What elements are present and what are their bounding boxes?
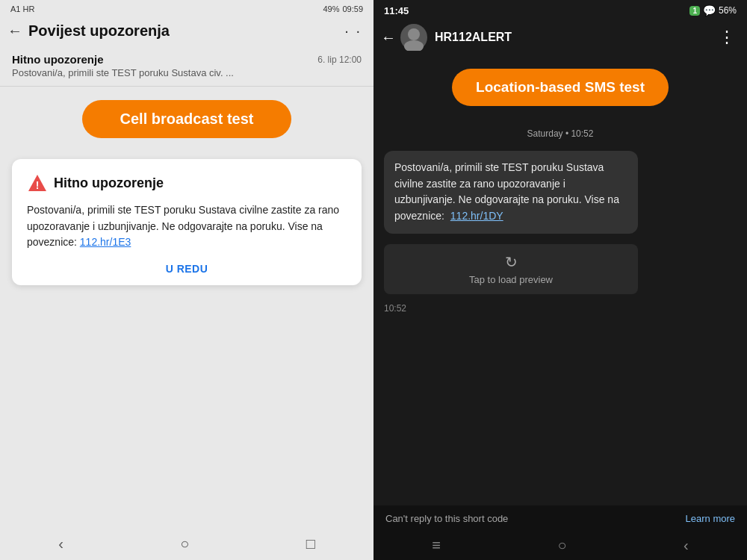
cell-broadcast-badge[interactable]: Cell broadcast test — [82, 100, 291, 138]
contact-info: HR112ALERT — [400, 24, 719, 51]
battery-right: 56% — [719, 5, 737, 16]
sim-indicator: 1 — [689, 6, 700, 16]
status-bar-right: 11:45 1 💬 56% — [374, 0, 747, 19]
chat-area: Location-based SMS test Saturday • 10:52… — [374, 55, 747, 505]
date-divider: Saturday • 10:52 — [384, 128, 737, 139]
back-button-right[interactable]: ← — [381, 29, 396, 46]
warning-icon: ! — [27, 172, 48, 193]
nav-bar-right: ≡ ○ ‹ — [374, 530, 747, 560]
bottom-bar-right: Can't reply to this short code Learn mor… — [374, 505, 747, 530]
time-right: 11:45 — [384, 5, 409, 16]
alert-title: Hitno upozorenje — [12, 53, 104, 66]
alert-link[interactable]: 112.hr/1E3 — [80, 236, 131, 248]
preview-text: Tap to load preview — [394, 274, 627, 285]
cant-reply-text: Can't reply to this short code — [385, 513, 508, 524]
contact-name: HR112ALERT — [435, 31, 512, 44]
phone-right: 11:45 1 💬 56% ← HR112ALERT ⋮ Location-ba… — [374, 0, 747, 560]
alert-date: 6. lip 12:00 — [317, 55, 362, 65]
nav-bar-left: ‹ ○ □ — [0, 527, 374, 560]
list-item-alert[interactable]: Hitno upozorenje 6. lip 12:00 Postovani/… — [0, 46, 374, 87]
nav-home-left[interactable]: ○ — [180, 535, 189, 553]
message-link[interactable]: 112.hr/1DY — [450, 210, 503, 222]
message-timestamp: 10:52 — [384, 303, 737, 314]
page-title-left: Povijest upozorenja — [28, 22, 344, 40]
location-sms-badge[interactable]: Location-based SMS test — [452, 69, 669, 106]
alert-card-body: Postovani/a, primili ste TEST poruku Sus… — [27, 202, 347, 251]
svg-point-3 — [404, 40, 424, 51]
ok-button[interactable]: U REDU — [27, 263, 347, 275]
message-bubble: Postovani/a, primili ste TEST poruku Sus… — [384, 151, 638, 234]
reload-icon: ↻ — [394, 253, 627, 271]
back-button-left[interactable]: ← — [7, 22, 22, 40]
avatar-icon — [400, 24, 427, 51]
time-left: 09:59 — [342, 4, 363, 13]
status-bar-left: A1 HR 49% 09:59 — [0, 0, 374, 16]
alert-card-title: ! Hitno upozorenje — [27, 172, 347, 193]
nav-recent-left[interactable]: □ — [306, 535, 315, 553]
message-text: Postovani/a, primili ste TEST poruku Sus… — [394, 161, 619, 222]
learn-more-button[interactable]: Learn more — [686, 513, 735, 524]
nav-home-right[interactable]: ○ — [557, 537, 566, 554]
more-button-right[interactable]: ⋮ — [719, 28, 735, 47]
top-bar-right: ← HR112ALERT ⋮ — [374, 19, 747, 55]
nav-back-right[interactable]: ‹ — [684, 537, 689, 554]
preview-card[interactable]: ↻ Tap to load preview — [384, 244, 638, 294]
top-bar-left: ← Povijest upozorenja · · — [0, 16, 374, 46]
nav-back-left[interactable]: ‹ — [58, 535, 63, 553]
nav-menu-right[interactable]: ≡ — [432, 537, 441, 554]
svg-point-2 — [408, 28, 420, 40]
alert-preview: Postovani/a, primili ste TEST poruku Sus… — [12, 67, 362, 78]
carrier-left: A1 HR — [10, 4, 34, 13]
battery-left: 49% — [323, 4, 339, 13]
svg-text:!: ! — [36, 179, 40, 191]
chat-icon: 💬 — [703, 4, 716, 16]
more-button-left[interactable]: · · — [344, 22, 362, 40]
alert-card: ! Hitno upozorenje Postovani/a, primili … — [12, 159, 362, 285]
avatar — [400, 24, 427, 51]
phone-left: A1 HR 49% 09:59 ← Povijest upozorenja · … — [0, 0, 374, 560]
